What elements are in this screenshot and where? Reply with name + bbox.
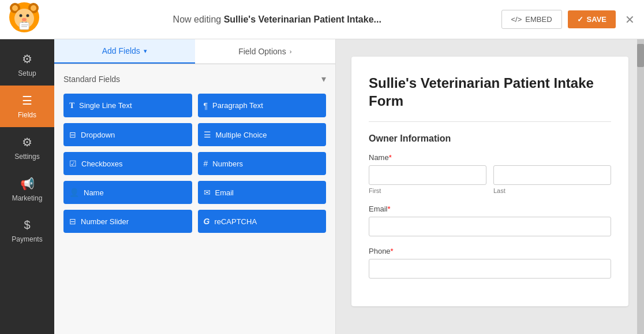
- section-toggle-icon[interactable]: ▾: [321, 73, 326, 84]
- sidebar-label-setup: Setup: [18, 69, 36, 77]
- field-label-paragraph-text: Paragraph Text: [212, 101, 263, 110]
- email-label: Email*: [369, 205, 611, 213]
- main-layout: ⚙ Setup ☰ Fields ⚙ Settings 📢 Marketing …: [0, 39, 644, 334]
- single-line-text-icon: 𝐓: [69, 101, 74, 110]
- form-field-name: Name* First Last: [369, 153, 611, 194]
- field-label-number-slider: Number Slider: [81, 217, 129, 226]
- sidebar: ⚙ Setup ☰ Fields ⚙ Settings 📢 Marketing …: [0, 39, 54, 334]
- first-name-group: First: [369, 165, 486, 194]
- paragraph-text-icon: ¶: [204, 101, 208, 110]
- email-input[interactable]: [369, 217, 611, 236]
- editing-prefix: Now editing: [173, 14, 224, 24]
- field-btn-name[interactable]: 👤 Name: [63, 181, 192, 204]
- sidebar-label-payments: Payments: [12, 235, 42, 243]
- add-fields-label: Add Fields: [102, 46, 140, 55]
- fields-grid: 𝐓 Single Line Text ¶ Paragraph Text ⊟ Dr…: [63, 94, 326, 233]
- center-panel: Add Fields ▾ Field Options › Standard Fi…: [54, 39, 336, 334]
- embed-label: EMBED: [525, 15, 552, 24]
- field-label-multiple-choice: Multiple Choice: [216, 131, 267, 139]
- name-label: Name*: [369, 153, 611, 162]
- save-button[interactable]: ✓ SAVE: [568, 10, 616, 28]
- field-btn-multiple-choice[interactable]: ☰ Multiple Choice: [198, 123, 327, 146]
- phone-input[interactable]: [369, 259, 611, 279]
- recaptcha-icon: G: [204, 217, 210, 226]
- svg-point-6: [20, 14, 23, 17]
- phone-required: *: [391, 247, 394, 255]
- field-btn-email[interactable]: ✉ Email: [198, 181, 327, 204]
- close-icon: ✕: [625, 13, 635, 26]
- sidebar-item-marketing[interactable]: 📢 Marketing: [0, 169, 54, 210]
- field-btn-single-line-text[interactable]: 𝐓 Single Line Text: [63, 94, 192, 117]
- scrollbar-thumb[interactable]: [637, 44, 644, 67]
- last-name-input[interactable]: [493, 165, 611, 185]
- svg-point-4: [31, 5, 36, 11]
- save-label: SAVE: [587, 15, 606, 24]
- form-card: Sullie's Veterinarian Patient Intake For…: [351, 57, 628, 306]
- field-label-single-line-text: Single Line Text: [79, 101, 132, 110]
- first-name-sub-label: First: [369, 187, 486, 194]
- number-slider-icon: ⊟: [69, 217, 76, 226]
- sidebar-label-fields: Fields: [18, 111, 36, 119]
- field-label-email: Email: [215, 188, 234, 197]
- sidebar-label-marketing: Marketing: [12, 194, 43, 202]
- tab-field-options[interactable]: Field Options ›: [195, 39, 336, 64]
- field-label-checkboxes: Checkboxes: [81, 159, 123, 168]
- field-btn-checkboxes[interactable]: ☑ Checkboxes: [63, 152, 192, 175]
- embed-button[interactable]: </> EMBED: [501, 10, 562, 29]
- tab-add-fields[interactable]: Add Fields ▾: [54, 39, 195, 64]
- form-divider: [369, 121, 611, 122]
- field-label-numbers: Numbers: [212, 159, 243, 168]
- form-name: Sullie's Veterinarian Patient Intake...: [224, 14, 381, 24]
- checkboxes-icon: ☑: [69, 159, 77, 168]
- fields-panel: Standard Fields ▾ 𝐓 Single Line Text ¶ P…: [54, 64, 335, 334]
- email-icon: ✉: [204, 188, 211, 197]
- first-name-input[interactable]: [369, 165, 486, 185]
- settings-icon: ⚙: [22, 135, 32, 149]
- form-section-title: Owner Information: [369, 133, 611, 144]
- email-required: *: [388, 205, 391, 213]
- field-btn-recaptcha[interactable]: G reCAPTCHA: [198, 210, 327, 233]
- fields-icon: ☰: [22, 94, 32, 107]
- field-label-name: Name: [84, 188, 104, 197]
- form-preview: Sullie's Veterinarian Patient Intake For…: [336, 39, 644, 334]
- name-icon: 👤: [69, 188, 79, 197]
- sidebar-item-setup[interactable]: ⚙ Setup: [0, 44, 54, 86]
- marketing-icon: 📢: [20, 177, 35, 191]
- embed-icon: </>: [511, 15, 522, 24]
- checkmark-icon: ✓: [577, 15, 583, 24]
- sidebar-item-fields[interactable]: ☰ Fields: [0, 86, 54, 127]
- payments-icon: $: [24, 218, 30, 232]
- last-name-sub-label: Last: [493, 187, 611, 194]
- add-fields-arrow: ▾: [144, 47, 147, 55]
- name-inputs: First Last: [369, 165, 611, 194]
- scrollbar-track[interactable]: [637, 39, 644, 334]
- field-btn-paragraph-text[interactable]: ¶ Paragraph Text: [198, 94, 327, 117]
- field-options-arrow: ›: [290, 48, 292, 55]
- field-btn-numbers[interactable]: # Numbers: [198, 152, 327, 175]
- svg-point-8: [22, 18, 27, 21]
- svg-rect-9: [20, 23, 29, 29]
- app-logo: [9, 2, 44, 37]
- close-button[interactable]: ✕: [625, 13, 635, 27]
- section-label: Standard Fields: [63, 75, 120, 84]
- phone-label: Phone*: [369, 247, 611, 255]
- field-btn-dropdown[interactable]: ⊟ Dropdown: [63, 123, 192, 146]
- last-name-group: Last: [493, 165, 611, 194]
- section-header: Standard Fields ▾: [63, 73, 326, 84]
- field-options-label: Field Options: [238, 47, 286, 56]
- header-actions: </> EMBED ✓ SAVE ✕: [501, 10, 635, 29]
- name-required: *: [389, 153, 392, 162]
- form-title: Sullie's Veterinarian Patient Intake For…: [369, 74, 611, 110]
- form-field-phone: Phone*: [369, 247, 611, 279]
- sidebar-item-payments[interactable]: $ Payments: [0, 210, 54, 251]
- field-label-dropdown: Dropdown: [81, 131, 115, 139]
- svg-point-3: [12, 5, 18, 11]
- dropdown-icon: ⊟: [69, 130, 76, 139]
- header-title: Now editing Sullie's Veterinarian Patien…: [53, 14, 501, 25]
- field-btn-number-slider[interactable]: ⊟ Number Slider: [63, 210, 192, 233]
- gear-icon: ⚙: [22, 52, 32, 66]
- sidebar-item-settings[interactable]: ⚙ Settings: [0, 127, 54, 169]
- form-field-email: Email*: [369, 205, 611, 236]
- tabs-row: Add Fields ▾ Field Options ›: [54, 39, 335, 64]
- svg-point-7: [27, 14, 29, 17]
